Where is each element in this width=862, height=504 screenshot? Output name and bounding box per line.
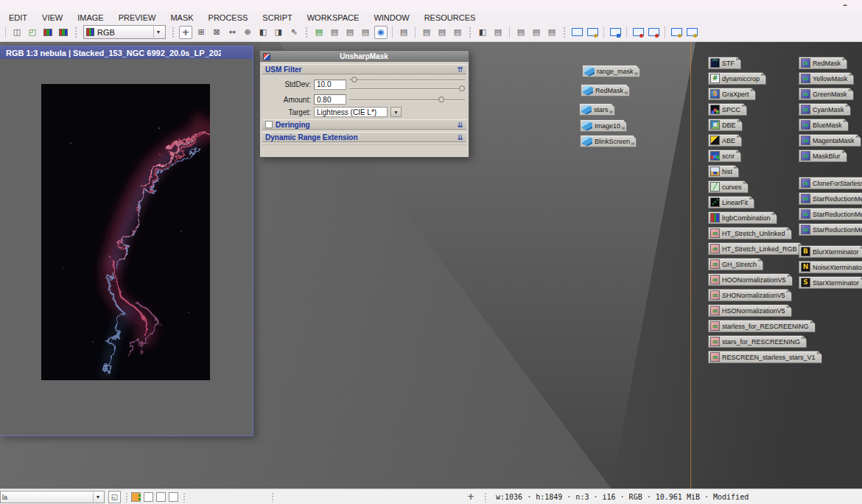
collapse-icon[interactable]: ⇈ (458, 66, 463, 74)
menu-item[interactable]: SCRIPT (255, 13, 299, 22)
menu-item[interactable]: VIEW (35, 13, 70, 22)
image-icon-range-mask[interactable]: range_mask M (582, 65, 640, 77)
app-minimize-button[interactable]: – (843, 0, 847, 10)
history-explorer-button[interactable]: ▤ (530, 26, 543, 39)
process-icon-dbe[interactable]: ▦ DBE M◦ (708, 119, 743, 131)
clone-process-icon-button[interactable]: ▤ (343, 26, 357, 39)
image-window-titlebar[interactable]: RGB 1:3 nebula | Stacked_153_NGC 6992_20… (0, 46, 253, 59)
chevron-down-icon[interactable]: ▼ (153, 27, 163, 38)
process-explorer-button[interactable]: ◉ (374, 26, 388, 39)
process-icon-blurxterminator[interactable]: B BlurXterminator M◦ (799, 245, 862, 258)
expand-icon[interactable]: ⇊ (458, 133, 463, 141)
process-icon-rescreen-starless-stars-v1[interactable]: ∞ RESCREEN_starless_stars_V1 M◦ (708, 351, 822, 363)
split-left-panel-button[interactable]: ◧ (256, 26, 270, 39)
process-icon-starxterminator[interactable]: S StarXterminator M◦ (799, 276, 862, 289)
zoom-out-fit-button[interactable]: ⊠ (210, 26, 223, 39)
view-selector-combo[interactable]: RGB ▼ (83, 25, 166, 39)
stddev-fine-slider[interactable] (349, 77, 465, 83)
menu-item[interactable]: MASK (163, 13, 200, 22)
process-icon-spcc[interactable]: ● SPCC M◦ (708, 103, 747, 116)
pin-all-workspaces-button[interactable] (685, 26, 698, 39)
center-view-button[interactable]: ⊕ (241, 26, 254, 39)
process-icon-redmask[interactable]: ∞ RedMask M◦ (799, 57, 847, 69)
process-icon-noisexterminator[interactable]: N NoiseXterminator M◦ (799, 261, 862, 273)
process-icon-curves[interactable]: ╱ curves M◦ (708, 181, 749, 193)
process-icon-hist[interactable]: ▄ hist M◦ (708, 165, 739, 178)
screen-transfer-icon[interactable]: ◫ (10, 26, 24, 39)
extract-channels-icon[interactable] (57, 26, 70, 39)
amount-slider[interactable] (349, 97, 465, 103)
menu-item[interactable]: WORKSPACE (300, 13, 367, 22)
menu-item[interactable]: EDIT (1, 13, 35, 22)
workspace-icons-button[interactable] (586, 26, 599, 39)
process-icon-hoonormalizationv5[interactable]: ∞ HOONormalizationV5 M◦ (708, 273, 793, 286)
menu-item[interactable]: WINDOW (366, 13, 416, 22)
selection-pointer-button[interactable]: ⇖ (287, 26, 301, 39)
load-icons-button[interactable]: ▤ (420, 26, 433, 39)
image-icon-redmask[interactable]: RedMask M (581, 84, 630, 97)
process-icon-cyanmask[interactable]: ∞ CyanMask M◦ (799, 103, 851, 116)
save-icons-button[interactable]: ▤ (435, 26, 449, 39)
workspace-tab-3[interactable] (156, 492, 166, 502)
deringing-checkbox[interactable] (265, 121, 273, 128)
format-explorer-button[interactable]: ▤ (491, 26, 505, 39)
process-icon-graxpert[interactable]: S GraXpert M◦ (708, 88, 756, 100)
pin-workspace-button[interactable] (670, 26, 683, 39)
process-icon-starreduction-2[interactable]: ∞ StarReductionMe M◦ (799, 208, 862, 220)
process-icon-maskblur[interactable]: ∞ MaskBlur M◦ (799, 150, 847, 162)
merge-icons-button[interactable]: ▤ (451, 26, 464, 39)
process-icon-scnr[interactable]: ● scnr M◦ (708, 150, 741, 162)
fit-window-button[interactable]: ↔ (225, 26, 239, 39)
unsharpmask-dialog[interactable]: UnsharpMask USM Filter ⇈ StdDev: 10.0 Am… (259, 50, 469, 158)
menu-item[interactable]: PREVIEW (111, 13, 164, 22)
status-view-combo[interactable]: la ▼ (0, 491, 105, 503)
stddev-input[interactable]: 10.0 (314, 80, 346, 90)
split-right-panel-button[interactable]: ◨ (272, 26, 285, 39)
process-icon-ht-stretch-unlinked[interactable]: ∞ HT_Stretch_Unlinked M◦ (708, 227, 792, 239)
image-icon-image10[interactable]: Image10 M (580, 119, 627, 132)
process-icon-stars-for-rescreening[interactable]: ∞ stars_for_RESCREENING M◦ (708, 335, 807, 348)
close-all-workspaces-button[interactable] (647, 26, 660, 39)
amount-input[interactable]: 0.80 (314, 94, 346, 105)
stddev-coarse-slider[interactable] (349, 85, 465, 92)
process-icon-greenmask[interactable]: ∞ GreenMask M◦ (799, 88, 854, 100)
window-stack-button[interactable]: ◱ (108, 491, 121, 503)
zoom-to-fit-button[interactable]: ⊞ (195, 26, 208, 39)
process-icon-gh-stretch[interactable]: ∞ GH_Stretch M◦ (708, 258, 763, 270)
edit-process-icon-button[interactable]: ▤ (328, 26, 341, 39)
process-icon-starreduction-1[interactable]: ∞ StarReductionMe M◦ (799, 192, 862, 205)
new-workspace-button[interactable] (570, 26, 584, 39)
console-button[interactable]: ▤ (545, 26, 558, 39)
process-icon-stf[interactable]: ⌒ STF M◦ (708, 57, 741, 69)
process-icon-linearfit[interactable]: ⋰ LinearFit M◦ (708, 196, 754, 209)
rgb-channels-icon[interactable] (41, 26, 55, 39)
menu-item[interactable]: IMAGE (70, 13, 111, 22)
new-process-icon-button[interactable]: ▤ (312, 26, 326, 39)
process-icon-bluemask[interactable]: ∞ BlueMask M◦ (799, 119, 849, 131)
process-icon-magentamask[interactable]: ∞ MagentaMask M◦ (799, 134, 861, 147)
target-select[interactable]: Lightness (CIE L*) (314, 107, 388, 117)
process-icon-hsonormalizationv5[interactable]: ∞ HSONormalizationV5 M◦ (708, 304, 792, 317)
process-icon-shonormalizationv5[interactable]: ∞ SHONormalizationV5 M◦ (708, 289, 792, 301)
menu-item[interactable]: RESOURCES (417, 13, 483, 22)
process-icon-lrgbcombination[interactable]: lrgbCombination M◦ (708, 211, 777, 224)
send-to-workspace-button[interactable] (609, 26, 622, 39)
image-window[interactable]: RGB 1:3 nebula | Stacked_153_NGC 6992_20… (0, 46, 253, 436)
process-icon-dynamiccrop[interactable]: # dynamiccrop M◦ (708, 72, 766, 85)
menu-item[interactable]: PROCESS (201, 13, 256, 22)
chevron-down-icon[interactable]: ▼ (93, 492, 102, 502)
expand-icon[interactable]: ⇊ (458, 121, 463, 129)
section-usm-filter[interactable]: USM Filter ⇈ (262, 64, 466, 74)
nebula-image[interactable] (41, 84, 210, 380)
process-history-button[interactable]: ▤ (397, 26, 410, 39)
delete-process-icon-button[interactable]: ▤ (359, 26, 372, 39)
process-icon-abe[interactable]: ABE M◦ (708, 134, 742, 147)
process-icon-starreduction-3[interactable]: ∞ StarReductionMe M◦ (799, 223, 862, 236)
process-icon-yellowmask[interactable]: ∞ YellowMask M◦ (799, 72, 854, 85)
new-image-window-icon[interactable]: ◰ (26, 26, 39, 39)
chevron-down-icon[interactable]: ▼ (390, 107, 402, 117)
process-icon-ht-stretch-linked-rgb[interactable]: ∞ HT_Stretch_Linked_RGB M◦ (708, 242, 804, 255)
explorer-panel-button[interactable]: ◧ (476, 26, 489, 39)
section-deringing[interactable]: Deringing ⇊ (262, 119, 466, 130)
workspace-tab-1[interactable] (131, 492, 141, 502)
